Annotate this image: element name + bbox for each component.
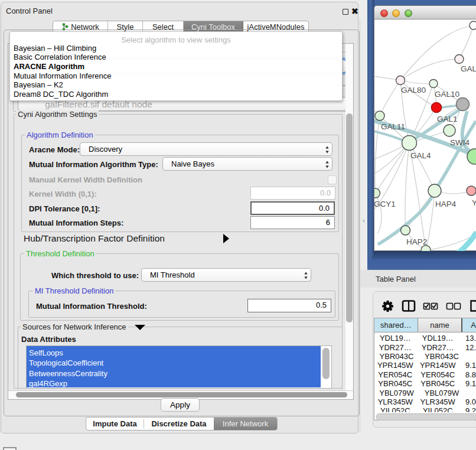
- svg-text:GAL: GAL: [461, 64, 476, 73]
- svg-text:GAL10: GAL10: [435, 90, 459, 99]
- svg-text:GAL80: GAL80: [401, 86, 426, 94]
- svg-text:Y: Y: [472, 198, 476, 207]
- svg-text:GCY1: GCY1: [374, 200, 396, 208]
- svg-text:GAL11: GAL11: [381, 122, 405, 131]
- svg-text:HAP2: HAP2: [406, 237, 427, 246]
- svg-text:SWI4: SWI4: [450, 138, 470, 147]
- svg-text:HAP4: HAP4: [435, 200, 457, 208]
- svg-text:GAL1: GAL1: [437, 115, 458, 123]
- svg-text:GAL4: GAL4: [410, 151, 431, 160]
